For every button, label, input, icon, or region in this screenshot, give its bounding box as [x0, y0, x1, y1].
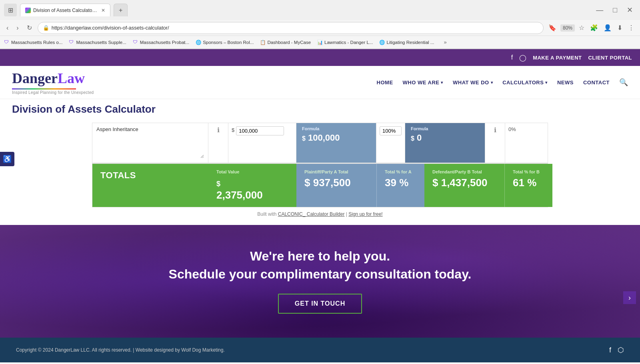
total-value-header: Total Value — [216, 169, 288, 174]
bookmark-sponsors[interactable]: 🌐 Sponsors – Boston Rol... — [196, 40, 254, 45]
accessibility-button[interactable]: ♿ — [0, 152, 14, 166]
total-value: $2,375,000 — [216, 177, 288, 201]
pct-b-header: Total % for B — [513, 169, 544, 174]
cta-subtitle: Schedule your complimentary consultation… — [8, 267, 632, 282]
tab-list-button[interactable]: ⊞ — [4, 4, 17, 16]
calculator-section: Aspen Inheritance ℹ $ Formula $ 100,000 — [0, 119, 640, 225]
active-tab[interactable]: Division of Assets Calculator | D… ✕ — [20, 4, 110, 16]
nav-contact[interactable]: CONTACT — [583, 80, 610, 86]
dollar-sign: $ — [232, 126, 234, 133]
total-value-cell: Total Value $2,375,000 — [208, 164, 296, 207]
bookmarks-bar: 🛡 Massachusetts Rules o... 🛡 Massachuset… — [0, 36, 640, 49]
instagram-icon[interactable]: ◯ — [519, 54, 526, 62]
pct-a-input[interactable] — [380, 126, 402, 135]
tab-favicon — [25, 8, 31, 13]
sponsors-icon: 🌐 — [196, 40, 201, 45]
footer-facebook-icon[interactable]: f — [609, 346, 611, 354]
cta-content: We're here to help you. Schedule your co… — [8, 249, 632, 314]
minimize-button[interactable]: — — [593, 5, 606, 15]
formula-b-value: $ 0 — [411, 133, 422, 143]
more-bookmarks-icon[interactable]: » — [444, 39, 446, 45]
info-icon-1[interactable]: ℹ — [217, 126, 220, 134]
address-bar[interactable]: 🔒 https://dangerlaw.com/division-of-asse… — [38, 22, 544, 34]
footer: Copyright © 2024 DangerLaw LLC. All righ… — [0, 338, 640, 362]
litigating-icon: 🌐 — [379, 40, 385, 45]
make-payment-link[interactable]: MAKE A PAYMENT — [533, 55, 582, 61]
shield-icon-3: 🛡 — [133, 40, 138, 45]
maximize-button[interactable]: □ — [610, 5, 620, 15]
page-title-bar: Division of Assets Calculator — [0, 99, 640, 119]
bookmark-ma-rules[interactable]: 🛡 Massachusetts Rules o... — [4, 40, 62, 45]
new-tab-icon: + — [119, 7, 122, 14]
footer-social: f ⬡ — [609, 346, 624, 354]
total-dollar-sign: $ — [216, 180, 220, 188]
party-a-total-cell: Plaintiff/Party A Total $ 937,500 — [296, 164, 376, 207]
cta-section: We're here to help you. Schedule your co… — [0, 225, 640, 338]
asset-name-cell: Aspen Inheritance — [92, 123, 208, 163]
bookmark-lawmatics[interactable]: 📊 Lawmatics - Danger L... — [317, 40, 373, 45]
profile-icon[interactable]: 👤 — [602, 22, 613, 33]
nav-news[interactable]: NEWS — [557, 80, 574, 86]
bookmark-dashboard[interactable]: 📋 Dashboard - MyCase — [260, 40, 311, 45]
party-b-header: Defendant/Party B Total — [432, 169, 496, 174]
search-icon[interactable]: 🔍 — [619, 78, 628, 87]
reload-button[interactable]: ↻ — [24, 22, 34, 33]
window-controls: — □ ✕ — [593, 5, 636, 15]
bookmark-litigating[interactable]: 🌐 Litigating Residential ... — [379, 40, 434, 45]
zoom-level: 80% — [560, 24, 575, 32]
value-input[interactable] — [236, 126, 284, 135]
nav-what-we-do[interactable]: WHAT WE DO ▾ — [453, 80, 493, 86]
pct-b-total-cell: Total % for B 61 % — [504, 164, 552, 207]
new-tab-button[interactable]: + — [114, 4, 128, 16]
website-content: f ◯ MAKE A PAYMENT CLIENT PORTAL DangerL… — [0, 49, 640, 362]
info-cell-2: ℹ — [485, 123, 505, 163]
logo-danger: Danger — [12, 70, 58, 86]
formula-a-label: Formula — [302, 126, 319, 131]
shield-icon-2: 🛡 — [69, 40, 74, 45]
logo-line — [12, 88, 76, 90]
menu-icon[interactable]: ⋮ — [626, 22, 636, 33]
info-icon-2[interactable]: ℹ — [494, 126, 496, 134]
formula-a-cell: Formula $ 100,000 — [296, 123, 376, 163]
bookmarks-icon[interactable]: 🔖 — [547, 22, 558, 33]
bookmark-ma-supple[interactable]: 🛡 Massachusetts Supple... — [69, 40, 126, 45]
pct-a-total-cell: Total % for A 39 % — [376, 164, 424, 207]
close-button[interactable]: ✕ — [624, 5, 636, 15]
asset-name-input[interactable]: Aspen Inheritance — [96, 126, 204, 158]
logo[interactable]: DangerLaw Inspired Legal Planning for th… — [12, 70, 94, 95]
logo-text: DangerLaw — [12, 70, 94, 87]
get-in-touch-button[interactable]: GET IN TOUCH — [278, 294, 362, 314]
facebook-icon[interactable]: f — [511, 54, 513, 61]
shield-icon-1: 🛡 — [4, 40, 10, 45]
nav-home[interactable]: HOME — [377, 80, 393, 86]
bookmark-label-2: Massachusetts Supple... — [76, 40, 126, 45]
nav-menu: HOME WHO WE ARE ▾ WHAT WE DO ▾ CALCULATO… — [377, 78, 628, 87]
client-portal-link[interactable]: CLIENT PORTAL — [588, 55, 632, 61]
formula-b-cell: Formula $ 0 — [405, 123, 485, 163]
tab-close-icon[interactable]: ✕ — [101, 8, 105, 13]
page-title: Division of Assets Calculator — [12, 103, 628, 119]
bookmark-label-5: Dashboard - MyCase — [267, 40, 311, 45]
downloads-icon[interactable]: ⬇ — [616, 22, 624, 33]
chevron-down-icon-2: ▾ — [491, 80, 493, 85]
value-cell: $ — [228, 123, 296, 163]
extensions-icon[interactable]: 🧩 — [588, 22, 600, 33]
formula-b-label: Formula — [411, 126, 428, 131]
pct-a-cell — [376, 123, 405, 163]
address-text: https://dangerlaw.com/division-of-assets… — [52, 25, 538, 31]
calculator-area: Aspen Inheritance ℹ $ Formula $ 100,000 — [92, 123, 548, 207]
bookmark-ma-probat[interactable]: 🛡 Massachusetts Probat... — [133, 40, 189, 45]
cta-title: We're here to help you. — [8, 249, 632, 264]
pct-a-total-value: 39 % — [385, 177, 416, 189]
nav-calculators[interactable]: CALCULATORS ▾ — [502, 80, 548, 86]
back-button[interactable]: ‹ — [4, 23, 11, 33]
star-icon[interactable]: ☆ — [577, 22, 586, 33]
party-b-value: $ 1,437,500 — [432, 177, 496, 189]
footer-copyright: Copyright © 2024 DangerLaw LLC. All righ… — [16, 347, 225, 353]
calconic-link[interactable]: CALCONIC_ Calculator Builder — [278, 211, 345, 217]
signup-link[interactable]: Sign up for free! — [348, 211, 382, 217]
footer-instagram-icon[interactable]: ⬡ — [618, 346, 624, 354]
bookmark-label-1: Massachusetts Rules o... — [11, 40, 62, 45]
nav-who-we-are[interactable]: WHO WE ARE ▾ — [403, 80, 443, 86]
forward-button[interactable]: › — [14, 23, 21, 33]
